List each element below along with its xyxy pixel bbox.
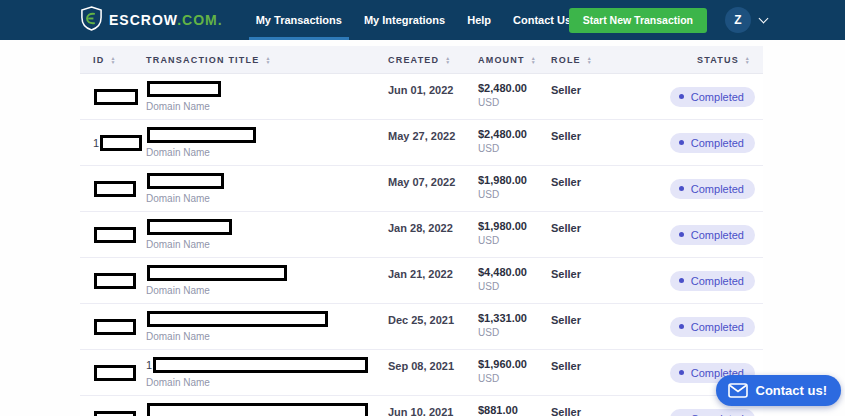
title-cell: Domain Name xyxy=(146,120,388,165)
shield-logo-icon xyxy=(80,6,103,35)
status-badge: Completed xyxy=(670,133,755,153)
sort-icon[interactable]: ▲▼ xyxy=(265,56,271,64)
sort-icon[interactable]: ▲▼ xyxy=(110,56,116,64)
table-row[interactable]: Domain Name Jun 01, 2022 $2,480.00 USD S… xyxy=(80,74,763,120)
status-dot-icon xyxy=(679,232,684,237)
transactions-table: ID▲▼TRANSACTION TITLE▲▼CREATED▲▼AMOUNT▲▼… xyxy=(80,46,763,416)
contact-us-button[interactable]: Contact us! xyxy=(716,375,842,406)
created-date: May 27, 2022 xyxy=(388,120,478,165)
created-date: May 07, 2022 xyxy=(388,166,478,211)
start-new-transaction-button[interactable]: Start New Transaction xyxy=(569,8,707,33)
id-cell: 1 xyxy=(80,120,146,165)
title-cell: Domain Name xyxy=(146,258,388,303)
redacted-id-box xyxy=(94,411,136,416)
table-row[interactable]: Domain Name Jan 28, 2022 $1,980.00 USD S… xyxy=(80,212,763,258)
currency-label: USD xyxy=(478,97,551,108)
status-label: Completed xyxy=(691,91,744,103)
created-date: Sep 08, 2021 xyxy=(388,350,478,395)
status-dot-icon xyxy=(679,278,684,283)
sort-icon[interactable]: ▲▼ xyxy=(587,56,593,64)
redacted-title-box xyxy=(147,173,224,189)
nav-link-help[interactable]: Help xyxy=(456,0,502,40)
avatar[interactable]: Z xyxy=(725,7,751,33)
id-cell xyxy=(80,350,146,395)
currency-label: USD xyxy=(478,373,551,384)
status-label: Completed xyxy=(691,137,744,149)
redacted-title-box xyxy=(147,403,368,416)
redacted-title-box xyxy=(147,127,256,143)
created-date: Jan 21, 2022 xyxy=(388,258,478,303)
status-label: Completed xyxy=(691,413,744,416)
amount-cell: $1,960.00 USD xyxy=(478,350,551,395)
id-cell xyxy=(80,74,146,119)
currency-label: USD xyxy=(478,281,551,292)
table-row[interactable]: 1 Domain Name May 27, 2022 $2,480.00 USD… xyxy=(80,120,763,166)
table-row[interactable]: Domain Name Dec 25, 2021 $1,331.00 USD S… xyxy=(80,304,763,350)
amount-value: $1,980.00 xyxy=(478,174,551,186)
transaction-type-label: Domain Name xyxy=(146,377,388,388)
amount-value: $881.00 xyxy=(478,404,551,416)
sort-icon[interactable]: ▲▼ xyxy=(745,56,751,64)
role-value: Seller xyxy=(551,258,663,303)
redacted-id-box xyxy=(94,365,136,381)
id-cell xyxy=(80,304,146,349)
table-row[interactable]: Domain Name Jan 21, 2022 $4,480.00 USD S… xyxy=(80,258,763,304)
created-date: Jun 10, 2021 xyxy=(388,396,478,416)
nav-link-my-integrations[interactable]: My Integrations xyxy=(353,0,456,40)
status-dot-icon xyxy=(679,186,684,191)
column-header-title[interactable]: TRANSACTION TITLE▲▼ xyxy=(146,55,388,65)
amount-value: $1,980.00 xyxy=(478,220,551,232)
chevron-down-icon[interactable] xyxy=(759,14,769,24)
top-navbar: ESCROW.COM. My TransactionsMy Integratio… xyxy=(0,0,845,40)
id-cell xyxy=(80,166,146,211)
status-badge: Completed xyxy=(670,87,755,107)
role-value: Seller xyxy=(551,212,663,257)
id-prefix: 1 xyxy=(93,137,99,149)
transaction-type-label: Domain Name xyxy=(146,193,388,204)
escrow-logo[interactable]: ESCROW.COM. xyxy=(80,6,223,35)
table-row[interactable]: Domain Name Jun 10, 2021 $881.00 USD Sel… xyxy=(80,396,763,416)
transaction-type-label: Domain Name xyxy=(146,285,388,296)
transaction-type-label: Domain Name xyxy=(146,331,388,342)
redacted-id-box xyxy=(100,135,142,151)
currency-label: USD xyxy=(478,143,551,154)
status-badge: Completed xyxy=(670,409,755,416)
column-header-id[interactable]: ID▲▼ xyxy=(80,55,146,65)
column-header-status[interactable]: STATUS▲▼ xyxy=(663,55,763,65)
column-header-role[interactable]: ROLE▲▼ xyxy=(551,55,663,65)
status-badge: Completed xyxy=(670,271,755,291)
nav-link-my-transactions[interactable]: My Transactions xyxy=(245,0,353,40)
table-row[interactable]: Domain Name May 07, 2022 $1,980.00 USD S… xyxy=(80,166,763,212)
role-value: Seller xyxy=(551,350,663,395)
status-cell: Completed xyxy=(663,120,763,165)
sort-icon[interactable]: ▲▼ xyxy=(531,56,537,64)
status-cell: Completed xyxy=(663,258,763,303)
role-value: Seller xyxy=(551,166,663,211)
amount-value: $2,480.00 xyxy=(478,82,551,94)
column-header-amount[interactable]: AMOUNT▲▼ xyxy=(478,55,551,65)
column-header-created[interactable]: CREATED▲▼ xyxy=(388,55,478,65)
amount-cell: $4,480.00 USD xyxy=(478,258,551,303)
amount-value: $1,960.00 xyxy=(478,358,551,370)
currency-label: USD xyxy=(478,327,551,338)
title-cell: Domain Name xyxy=(146,396,388,416)
amount-cell: $1,980.00 USD xyxy=(478,166,551,211)
created-date: Dec 25, 2021 xyxy=(388,304,478,349)
table-row[interactable]: 1 Domain Name Sep 08, 2021 $1,960.00 USD… xyxy=(80,350,763,396)
transaction-type-label: Domain Name xyxy=(146,239,388,250)
redacted-id-box xyxy=(94,181,136,197)
status-badge: Completed xyxy=(670,317,755,337)
status-cell: Completed xyxy=(663,166,763,211)
status-label: Completed xyxy=(691,183,744,195)
currency-label: USD xyxy=(478,189,551,200)
role-value: Seller xyxy=(551,396,663,416)
title-cell: Domain Name xyxy=(146,304,388,349)
status-dot-icon xyxy=(679,324,684,329)
transaction-type-label: Domain Name xyxy=(146,101,388,112)
role-value: Seller xyxy=(551,120,663,165)
amount-cell: $1,331.00 USD xyxy=(478,304,551,349)
title-cell: Domain Name xyxy=(146,212,388,257)
sort-icon[interactable]: ▲▼ xyxy=(445,56,451,64)
currency-label: USD xyxy=(478,235,551,246)
title-prefix: 1 xyxy=(146,359,152,371)
